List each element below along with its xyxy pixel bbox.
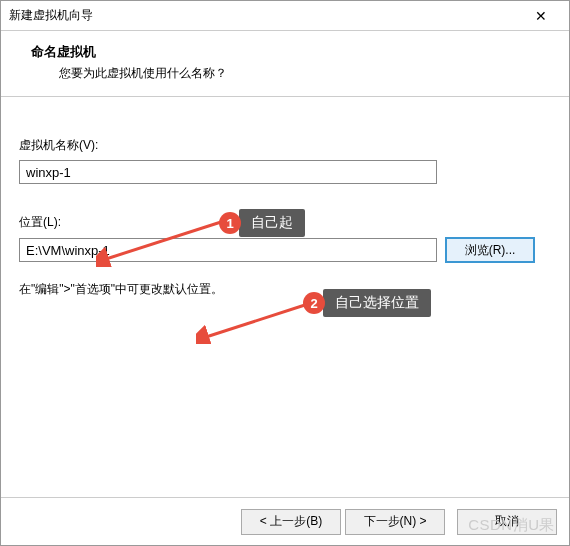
- wizard-window: 新建虚拟机向导 ✕ 命名虚拟机 您要为此虚拟机使用什么名称？ 虚拟机名称(V):…: [0, 0, 570, 546]
- vm-name-input[interactable]: [19, 160, 437, 184]
- close-button[interactable]: ✕: [521, 2, 561, 30]
- wizard-footer: < 上一步(B) 下一步(N) > 取消: [1, 497, 569, 545]
- annotation-number-1: 1: [219, 212, 241, 234]
- annotation-callout-2: 2 自己选择位置: [303, 289, 431, 317]
- vm-location-input[interactable]: [19, 238, 437, 262]
- titlebar: 新建虚拟机向导 ✕: [1, 1, 569, 31]
- header-title: 命名虚拟机: [31, 43, 539, 61]
- annotation-callout-1: 1 自己起: [219, 209, 305, 237]
- vm-name-group: 虚拟机名称(V):: [19, 137, 551, 184]
- wizard-header: 命名虚拟机 您要为此虚拟机使用什么名称？: [1, 31, 569, 97]
- annotation-label-1: 自己起: [239, 209, 305, 237]
- back-button[interactable]: < 上一步(B): [241, 509, 341, 535]
- cancel-button[interactable]: 取消: [457, 509, 557, 535]
- annotation-number-2: 2: [303, 292, 325, 314]
- wizard-content: 虚拟机名称(V): 位置(L): 浏览(R)... 在"编辑">"首选项"中可更…: [1, 97, 569, 471]
- close-icon: ✕: [535, 8, 547, 24]
- vm-name-label: 虚拟机名称(V):: [19, 137, 551, 154]
- svg-line-3: [206, 304, 308, 337]
- annotation-label-2: 自己选择位置: [323, 289, 431, 317]
- window-title: 新建虚拟机向导: [9, 7, 93, 24]
- annotation-arrow-2: [196, 299, 316, 344]
- location-hint: 在"编辑">"首选项"中可更改默认位置。: [19, 281, 551, 298]
- header-subtitle: 您要为此虚拟机使用什么名称？: [31, 65, 539, 82]
- browse-button[interactable]: 浏览(R)...: [445, 237, 535, 263]
- next-button[interactable]: 下一步(N) >: [345, 509, 445, 535]
